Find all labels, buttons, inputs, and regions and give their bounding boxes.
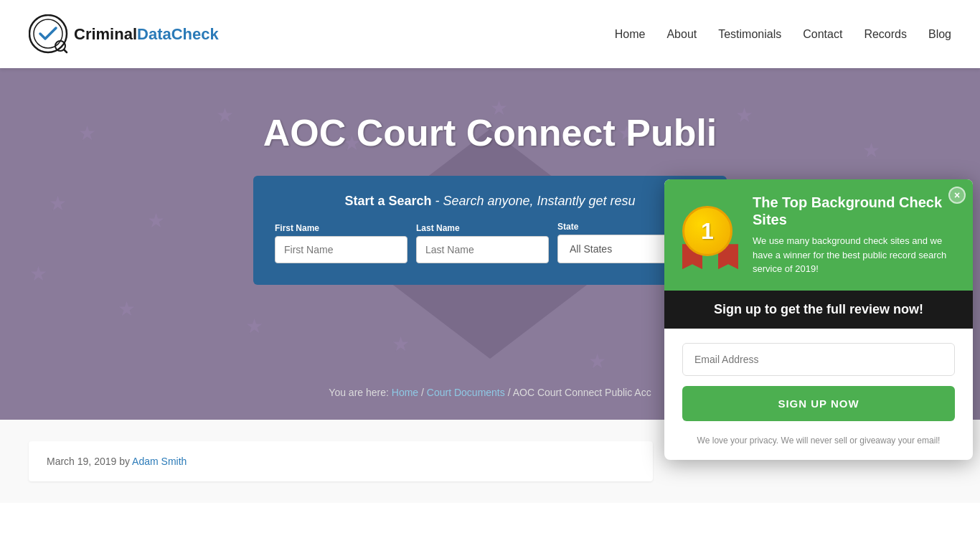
nav-home[interactable]: Home — [615, 28, 646, 41]
search-title: Start a Search - Search anyone, Instantl… — [275, 194, 705, 209]
popup-body-title: Sign up to get the full review now! — [682, 302, 955, 317]
main-nav: Home About Testimonials Contact Records … — [615, 28, 951, 41]
breadcrumb-prefix: You are here: — [329, 387, 389, 398]
popup-header-desc: We use many background check sites and w… — [753, 234, 955, 276]
breadcrumb-court-documents[interactable]: Court Documents — [427, 387, 505, 398]
popup-close-button[interactable]: × — [948, 187, 966, 204]
popup-badge: 1 — [682, 206, 740, 263]
svg-point-1 — [34, 19, 62, 48]
popup-header: 1 The Top Background Check Sites We use … — [664, 179, 973, 291]
last-name-input[interactable] — [416, 236, 549, 263]
popup-signup-button[interactable]: SIGN UP NOW — [682, 386, 955, 421]
breadcrumb-current: AOC Court Connect Public Acc — [513, 387, 651, 398]
logo[interactable]: CriminalDataCheck — [29, 14, 219, 54]
popup-header-text: The Top Background Check Sites We use ma… — [753, 194, 955, 276]
search-box: Start a Search - Search anyone, Instantl… — [253, 176, 727, 285]
breadcrumb: You are here: Home / Court Documents / A… — [329, 387, 651, 398]
nav-testimonials[interactable]: Testimonials — [718, 28, 781, 41]
first-name-input[interactable] — [275, 236, 407, 263]
logo-text: CriminalDataCheck — [74, 25, 219, 44]
nav-records[interactable]: Records — [864, 28, 907, 41]
popup-header-title: The Top Background Check Sites — [753, 194, 955, 228]
popup-body: Sign up to get the full review now! — [664, 291, 973, 329]
popup-privacy-text: We love your privacy. We will never sell… — [664, 435, 973, 460]
nav-contact[interactable]: Contact — [803, 28, 842, 41]
first-name-label: First Name — [275, 223, 407, 233]
logo-icon — [29, 14, 68, 54]
site-header: CriminalDataCheck Home About Testimonial… — [0, 0, 980, 68]
nav-blog[interactable]: Blog — [928, 28, 951, 41]
popup-form: SIGN UP NOW — [664, 329, 973, 435]
popup-email-input[interactable] — [682, 343, 955, 376]
last-name-label: Last Name — [416, 223, 549, 233]
popup: × 1 The Top Background Check Sites We us… — [664, 179, 973, 460]
svg-point-0 — [29, 15, 67, 52]
svg-line-3 — [64, 50, 67, 52]
article-author-link[interactable]: Adam Smith — [132, 456, 187, 467]
page-title: AOC Court Connect Publi — [167, 111, 813, 154]
badge-number: 1 — [682, 206, 732, 256]
article-date: March 19, 2019 by — [47, 456, 130, 467]
breadcrumb-home[interactable]: Home — [392, 387, 418, 398]
article-meta: March 19, 2019 by Adam Smith — [29, 441, 653, 481]
nav-about[interactable]: About — [666, 28, 697, 41]
